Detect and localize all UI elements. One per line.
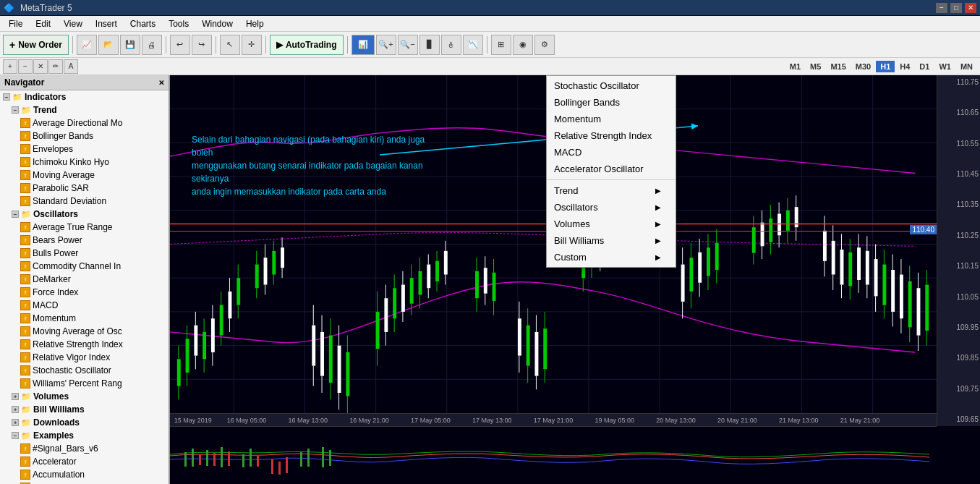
period-w1[interactable]: W1 <box>934 61 955 72</box>
dropdown-momentum[interactable]: Momentum <box>547 111 676 127</box>
dropdown-accelerator[interactable]: Accelerator Oscillator <box>547 161 676 177</box>
period-text-btn[interactable]: A <box>64 59 78 74</box>
new-order-button[interactable]: + New Order <box>3 35 69 55</box>
period-m30[interactable]: M30 <box>851 61 875 72</box>
nav-oscillators-label: Oscillators <box>33 209 78 219</box>
navigator-scroll[interactable]: − 📁 Indicators − 📁 Trend f Average Direc… <box>0 90 169 484</box>
nav-ichimoku[interactable]: f Ichimoku Kinko Hyo <box>0 156 169 169</box>
dropdown-rsi[interactable]: Relative Strength Index <box>547 127 676 144</box>
nav-cci[interactable]: f Commodity Channel In <box>0 260 169 273</box>
nav-williams-pct[interactable]: f Williams' Percent Rang <box>0 377 169 390</box>
toolbar-btn-new-chart[interactable]: 📈 <box>77 35 97 55</box>
nav-signal-bars[interactable]: f #Signal_Bars_v6 <box>0 442 169 455</box>
nav-moving-avg[interactable]: f Moving Average <box>0 169 169 182</box>
menu-insert[interactable]: Insert <box>90 16 123 32</box>
dropdown-bollinger[interactable]: Bollinger Bands <box>547 94 676 111</box>
toolbar-btn-redo[interactable]: ↪ <box>192 35 212 55</box>
dropdown-volumes[interactable]: Volumes ▶ <box>547 216 676 232</box>
nav-rsi[interactable]: f Relative Strength Index <box>0 338 169 351</box>
nav-examples[interactable]: − 📁 Examples <box>0 429 169 442</box>
period-back-btn[interactable]: + <box>3 59 17 74</box>
period-m15[interactable]: M15 <box>826 61 850 72</box>
nav-accumulation[interactable]: f Accumulation <box>0 468 169 481</box>
menu-edit[interactable]: Edit <box>30 16 56 32</box>
nav-volumes[interactable]: + 📁 Volumes <box>0 390 169 403</box>
nav-atr[interactable]: f Average True Range <box>0 221 169 234</box>
toolbar-btn-cursor[interactable]: ↖ <box>220 35 240 55</box>
nav-atr-label: Average True Range <box>33 222 113 232</box>
nav-envelopes[interactable]: f Envelopes <box>0 143 169 156</box>
menu-file[interactable]: File <box>3 16 28 32</box>
period-m1[interactable]: M1 <box>785 61 805 72</box>
menu-charts[interactable]: Charts <box>124 16 161 32</box>
nav-bears-power[interactable]: f Bears Power <box>0 234 169 247</box>
price-109-75: 109.75 <box>939 385 979 393</box>
nav-trend[interactable]: − 📁 Trend <box>0 103 169 116</box>
toolbar-btn-zoom-in[interactable]: 🔍+ <box>376 35 396 55</box>
autotrading-button[interactable]: ▶ AutoTrading <box>270 35 344 55</box>
nav-bill-williams[interactable]: + 📁 Bill Williams <box>0 403 169 416</box>
nav-bulls-power[interactable]: f Bulls Power <box>0 247 169 260</box>
nav-momentum[interactable]: f Momentum <box>0 312 169 325</box>
period-mn[interactable]: MN <box>956 61 977 72</box>
period-line-btn[interactable]: − <box>18 59 33 74</box>
toolbar-btn-save[interactable]: 💾 <box>120 35 140 55</box>
indicator-icon-3: f <box>20 144 30 154</box>
nav-demarker[interactable]: f DeMarker <box>0 273 169 286</box>
nav-indicators[interactable]: − 📁 Indicators <box>0 90 169 103</box>
menu-window[interactable]: Window <box>196 16 239 32</box>
toolbar-btn-chart-line[interactable]: 📉 <box>463 35 483 55</box>
svg-rect-203 <box>891 270 895 312</box>
menu-tools[interactable]: Tools <box>163 16 195 32</box>
nav-parabolic-sar[interactable]: f Parabolic SAR <box>0 182 169 195</box>
dropdown-bill-williams[interactable]: Bill Williams ▶ <box>547 232 676 249</box>
period-m5[interactable]: M5 <box>806 61 825 72</box>
navigator-close-icon[interactable]: ✕ <box>158 79 164 87</box>
time-label-2: 16 May 05:00 <box>227 417 267 424</box>
svg-rect-50 <box>272 251 276 275</box>
toolbar-btn-undo[interactable]: ↩ <box>170 35 190 55</box>
indicator-icon-14: f <box>20 300 30 310</box>
period-h1[interactable]: H1 <box>876 61 895 72</box>
nav-alligator[interactable]: f Alligator <box>0 481 169 484</box>
toolbar-btn-open[interactable]: 📂 <box>98 35 119 55</box>
nav-avg-directional[interactable]: f Average Directional Mo <box>0 116 169 130</box>
period-draw-btn[interactable]: ✏ <box>48 59 63 74</box>
toolbar-btn-zoom-out[interactable]: 🔍− <box>398 35 418 55</box>
dropdown-stochastic[interactable]: Stochastic Oscillator <box>547 77 676 94</box>
time-label-11: 21 May 13:00 <box>779 417 819 424</box>
dropdown-trend[interactable]: Trend ▶ <box>547 182 676 199</box>
close-button[interactable]: ✕ <box>965 3 976 13</box>
toolbar-btn-indicator-list[interactable]: 📊 <box>351 35 375 55</box>
toolbar-btn-chart-bar[interactable]: ▊ <box>419 35 440 55</box>
nav-accelerator[interactable]: f Accelerator <box>0 455 169 468</box>
nav-macd[interactable]: f MACD <box>0 299 169 312</box>
toolbar-btn-print[interactable]: 🖨 <box>142 35 162 55</box>
dropdown-macd[interactable]: MACD <box>547 144 676 161</box>
period-d1[interactable]: D1 <box>915 61 934 72</box>
nav-oscillators[interactable]: − 📁 Oscillators <box>0 208 169 221</box>
dropdown-custom-label: Custom <box>554 252 587 263</box>
toolbar-btn-properties[interactable]: ⚙ <box>534 35 555 55</box>
dropdown-custom[interactable]: Custom ▶ <box>547 249 676 266</box>
nav-stochastic[interactable]: f Stochastic Oscillator <box>0 364 169 377</box>
menu-view[interactable]: View <box>58 16 88 32</box>
toolbar-btn-crosshair[interactable]: ✛ <box>242 35 262 55</box>
menu-help[interactable]: Help <box>240 16 270 32</box>
minimize-button[interactable]: − <box>936 3 947 13</box>
nav-std-dev[interactable]: f Standard Deviation <box>0 195 169 208</box>
chart-area[interactable]: USDJPY.H1 110.53 110.53 110.40 110.40 <box>170 75 980 484</box>
period-h4[interactable]: H4 <box>895 61 914 72</box>
annotation-box: Selain dari bahagian navigasi (pada baha… <box>192 133 445 198</box>
nav-force-index[interactable]: f Force Index <box>0 286 169 299</box>
nav-downloads[interactable]: + 📁 Downloads <box>0 416 169 429</box>
toolbar-btn-templates[interactable]: ⊞ <box>491 35 511 55</box>
toolbar-btn-chart-candle[interactable]: 🕯 <box>441 35 461 55</box>
nav-ma-osc[interactable]: f Moving Average of Osc <box>0 325 169 338</box>
dropdown-oscillators[interactable]: Oscillators ▶ <box>547 199 676 216</box>
period-cross-btn[interactable]: ✕ <box>33 59 48 74</box>
toolbar-btn-profiles[interactable]: ◉ <box>513 35 533 55</box>
nav-bollinger-bands[interactable]: f Bollinger Bands <box>0 130 169 143</box>
maximize-button[interactable]: □ <box>950 3 962 13</box>
nav-rvi[interactable]: f Relative Vigor Index <box>0 351 169 364</box>
